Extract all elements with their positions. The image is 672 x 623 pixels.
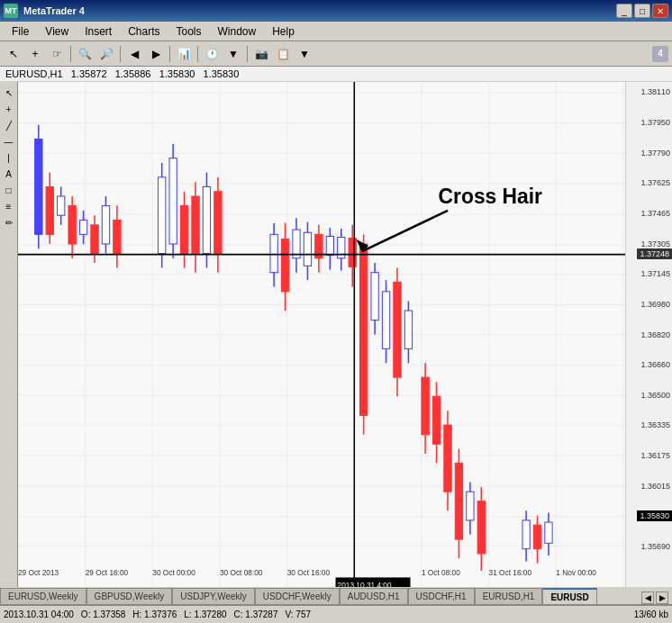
svg-rect-112 <box>432 396 440 444</box>
tab-gbpusd-weekly[interactable]: GBPUSD,Weekly <box>86 588 173 604</box>
left-btn-fib[interactable]: ≡ <box>2 199 16 213</box>
toolbar-crosshair[interactable]: + <box>25 44 45 64</box>
chart-header: EURUSD,H1 1.35872 1.35886 1.35830 1.3583… <box>0 67 672 82</box>
svg-rect-52 <box>159 177 166 254</box>
menu-tools[interactable]: Tools <box>168 23 210 41</box>
tab-usdchf-weekly[interactable]: USDCHF,Weekly <box>255 588 340 604</box>
svg-rect-37 <box>68 206 76 244</box>
svg-rect-106 <box>404 311 412 348</box>
svg-rect-73 <box>281 239 288 292</box>
left-toolbar: ↖ + ╱ — | A □ ≡ ✏ <box>0 82 18 587</box>
price-label-3: 1.37790 <box>640 149 670 158</box>
svg-rect-130 <box>533 525 540 548</box>
svg-rect-34 <box>58 196 65 215</box>
svg-rect-55 <box>169 158 177 244</box>
menu-bar: File View Insert Charts Tools Window Hel… <box>0 22 672 41</box>
svg-rect-124 <box>477 501 485 554</box>
price-label-9: 1.36820 <box>640 330 670 339</box>
maximize-button[interactable]: □ <box>634 4 650 18</box>
menu-view[interactable]: View <box>37 23 77 41</box>
tab-eurusd-active[interactable]: EURUSD <box>542 588 596 604</box>
price-axis: 1.38110 1.37950 1.37790 1.37625 1.37465 … <box>625 82 672 587</box>
left-btn-vline[interactable]: | <box>2 150 16 165</box>
svg-rect-49 <box>114 220 121 253</box>
tabs-bar: EURUSD,Weekly GBPUSD,Weekly USDJPY,Weekl… <box>0 587 672 605</box>
title-bar: MT MetaTrader 4 _ □ ✕ <box>0 0 672 22</box>
toolbar-period-arrow[interactable]: ▼ <box>223 44 243 64</box>
price-label-12: 1.36335 <box>640 420 670 429</box>
left-btn-hline[interactable]: — <box>2 134 16 149</box>
toolbar-arrow[interactable]: ↖ <box>4 44 23 64</box>
toolbar-sep-1 <box>70 46 71 62</box>
svg-rect-133 <box>545 522 552 543</box>
toolbar-forward[interactable]: ▶ <box>146 44 166 64</box>
price-label-5: 1.37465 <box>640 209 670 218</box>
left-btn-line[interactable]: ╱ <box>2 118 16 132</box>
tabs-nav-left[interactable]: ◀ <box>641 591 654 604</box>
tab-usdchf-h1[interactable]: USDCHF,H1 <box>408 588 475 604</box>
svg-rect-100 <box>382 292 389 349</box>
price-label-13: 1.36175 <box>640 451 670 460</box>
status-bar: 2013.10.31 04:00 O: 1.37358 H: 1.37376 L… <box>0 605 672 623</box>
left-btn-pencil[interactable]: ✏ <box>2 215 16 230</box>
toolbar-sep-4 <box>197 46 198 62</box>
svg-text:Cross Hair: Cross Hair <box>439 185 542 208</box>
menu-charts[interactable]: Charts <box>120 23 168 41</box>
close-button[interactable]: ✕ <box>652 4 668 18</box>
toolbar-screenshot[interactable]: 📷 <box>251 44 271 64</box>
svg-rect-70 <box>270 234 277 272</box>
svg-rect-109 <box>422 377 429 435</box>
left-btn-arrow[interactable]: ↖ <box>2 86 16 100</box>
toolbar-period[interactable]: 🕐 <box>202 44 222 64</box>
toolbar-zoom-in[interactable]: 🔍 <box>75 44 95 64</box>
svg-rect-43 <box>91 225 98 254</box>
svg-rect-97 <box>371 273 378 321</box>
menu-help[interactable]: Help <box>264 23 303 41</box>
title-bar-controls: _ □ ✕ <box>616 4 668 18</box>
tab-eurusd-h1[interactable]: EURUSD,H1 <box>475 588 543 604</box>
left-btn-text[interactable]: A <box>2 167 16 181</box>
left-btn-cross[interactable]: + <box>2 102 16 116</box>
toolbar-chart-type[interactable]: 📊 <box>174 44 194 64</box>
toolbar-template-arrow[interactable]: ▼ <box>295 44 314 64</box>
svg-rect-79 <box>304 232 311 266</box>
chart-bid2: 1.35886 <box>115 68 151 79</box>
menu-window[interactable]: Window <box>210 23 265 41</box>
toolbar-zoom-out[interactable]: 🔎 <box>96 44 116 64</box>
svg-rect-28 <box>35 140 42 235</box>
svg-rect-40 <box>79 220 86 234</box>
tab-usdjpy-weekly[interactable]: USDJPY,Weekly <box>172 588 255 604</box>
svg-rect-121 <box>467 492 474 520</box>
svg-text:1 Nov 00:00: 1 Nov 00:00 <box>556 568 596 577</box>
toolbar-hand[interactable]: ☞ <box>47 44 67 64</box>
chart-bid1: 1.35872 <box>71 68 107 79</box>
tab-eurusd-weekly[interactable]: EURUSD,Weekly <box>0 588 86 604</box>
chart-container: EURUSD,H1 1.35872 1.35886 1.35830 1.3583… <box>0 67 672 623</box>
svg-rect-61 <box>192 196 199 254</box>
tabs-nav: ◀ ▶ <box>641 591 672 604</box>
price-label-15: 1.35690 <box>640 542 670 551</box>
svg-rect-46 <box>102 206 109 244</box>
price-label-4: 1.37625 <box>640 178 670 187</box>
left-btn-rect[interactable]: □ <box>2 183 16 197</box>
menu-file[interactable]: File <box>4 23 37 41</box>
chart-bid4: 1.35830 <box>204 68 240 79</box>
toolbar-template[interactable]: 📋 <box>273 44 293 64</box>
chart-bid3: 1.35830 <box>159 68 195 79</box>
price-label-7: 1.37145 <box>640 269 670 278</box>
tabs-nav-right[interactable]: ▶ <box>656 591 668 604</box>
svg-text:29 Oct 2013: 29 Oct 2013 <box>18 568 59 577</box>
minimize-button[interactable]: _ <box>616 4 632 18</box>
toolbar-sep-5 <box>247 46 248 62</box>
menu-insert[interactable]: Insert <box>77 23 120 41</box>
svg-text:31 Oct 16:00: 31 Oct 16:00 <box>489 568 532 577</box>
svg-rect-103 <box>394 282 401 377</box>
price-label-14: 1.36015 <box>640 482 670 491</box>
chart-svg-area[interactable]: Cross Hair 29 Oct 2013 29 Oct 16:00 30 O… <box>18 82 625 587</box>
svg-rect-127 <box>522 520 530 549</box>
svg-text:29 Oct 16:00: 29 Oct 16:00 <box>86 568 129 577</box>
price-label-6: 1.37305 <box>640 239 670 248</box>
tab-audusd-h1[interactable]: AUDUSD,H1 <box>340 588 408 604</box>
svg-rect-64 <box>203 186 210 253</box>
toolbar-back[interactable]: ◀ <box>124 44 144 64</box>
